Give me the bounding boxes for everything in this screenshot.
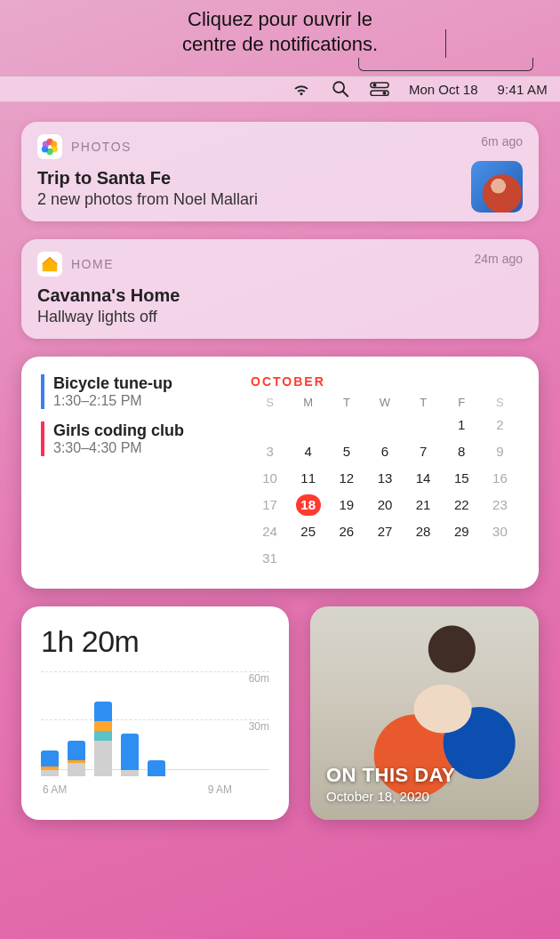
annotation-line-2: centre de notifications. [0, 32, 560, 57]
event-title: Girls coding club [53, 421, 245, 440]
calendar-widget[interactable]: Bicycle tune-up 1:30–2:15 PM Girls codin… [21, 357, 539, 589]
event-time: 3:30–4:30 PM [53, 440, 245, 456]
svg-point-5 [382, 92, 386, 95]
calendar-day[interactable]: 15 [449, 468, 474, 489]
svg-point-11 [43, 141, 49, 148]
menubar-clock[interactable]: 9:41 AM [498, 82, 548, 97]
svg-line-1 [343, 92, 348, 97]
calendar-day[interactable]: 24 [258, 521, 283, 542]
calendar-day[interactable]: 25 [296, 521, 321, 542]
spotlight-search-icon[interactable] [331, 81, 350, 97]
calendar-day[interactable]: 1 [449, 414, 474, 436]
chart-segment-blue [41, 750, 59, 766]
calendar-day[interactable]: 28 [411, 521, 436, 542]
notification-photos[interactable]: PHOTOS 6m ago Trip to Santa Fe 2 new pho… [21, 122, 539, 221]
calendar-day[interactable]: 9 [487, 441, 512, 462]
wifi-icon[interactable] [292, 81, 311, 97]
calendar-day[interactable]: 10 [258, 468, 283, 489]
calendar-day[interactable]: 26 [334, 521, 359, 542]
event-title: Bicycle tune-up [53, 374, 245, 393]
notification-app-name: HOME [71, 257, 114, 271]
calendar-day[interactable]: 8 [449, 441, 474, 462]
calendar-day[interactable]: 13 [372, 468, 397, 489]
calendar-month: OCTOBER SMTWTFS1234567891011121314151617… [251, 374, 519, 569]
memory-title: ON THIS DAY [326, 764, 455, 787]
chart-segment-gray [68, 763, 85, 776]
calendar-event[interactable]: Bicycle tune-up 1:30–2:15 PM [41, 374, 245, 409]
menubar-date[interactable]: Mon Oct 18 [409, 82, 478, 97]
notification-app-name: PHOTOS [71, 140, 132, 154]
chart-segment-blue [68, 741, 85, 760]
control-center-icon[interactable] [370, 81, 389, 97]
calendar-day[interactable]: 5 [334, 441, 359, 462]
calendar-events: Bicycle tune-up 1:30–2:15 PM Girls codin… [41, 374, 245, 569]
notification-body: Hallway lights off [37, 308, 523, 326]
notification-time: 24m ago [475, 252, 523, 266]
menu-bar: Mon Oct 18 9:41 AM [0, 76, 560, 102]
calendar-day[interactable]: 4 [296, 441, 321, 462]
svg-point-3 [372, 83, 376, 86]
notification-body: 2 new photos from Noel Mallari [37, 190, 523, 209]
chart-bar [148, 760, 165, 776]
calendar-day[interactable]: 14 [411, 468, 436, 489]
calendar-blank [327, 414, 365, 436]
notification-home[interactable]: HOME 24m ago Cavanna's Home Hallway ligh… [21, 239, 539, 339]
notification-thumbnail [471, 161, 523, 213]
event-time: 1:30–2:15 PM [53, 393, 245, 409]
calendar-dow: M [289, 396, 327, 409]
calendar-day[interactable]: 20 [372, 494, 397, 516]
calendar-day[interactable]: 17 [258, 494, 283, 516]
calendar-day[interactable]: 3 [258, 441, 283, 462]
notification-title: Trip to Santa Fe [37, 168, 523, 189]
calendar-day[interactable]: 11 [296, 468, 321, 489]
calendar-day[interactable]: 27 [372, 521, 397, 542]
chart-segment-blue [148, 760, 165, 776]
calendar-day[interactable]: 22 [449, 494, 474, 516]
calendar-blank [289, 414, 327, 436]
annotation-callout: Cliquez pour ouvrir le centre de notific… [0, 0, 560, 76]
calendar-day[interactable]: 29 [449, 521, 474, 542]
chart-segment-blue [94, 702, 112, 721]
chart-bar [121, 734, 139, 776]
annotation-line-1: Cliquez pour ouvrir le [0, 7, 560, 32]
chart-bar [68, 741, 85, 776]
chart-segment-orange [94, 721, 112, 731]
calendar-day[interactable]: 19 [334, 494, 359, 516]
chart-segment-blue [121, 734, 139, 769]
chart-bar [94, 702, 112, 776]
photos-app-icon [37, 134, 62, 159]
notification-time: 6m ago [481, 134, 523, 148]
chart-segment-teal [94, 731, 112, 741]
calendar-day[interactable]: 12 [334, 468, 359, 489]
notification-title: Cavanna's Home [37, 285, 523, 306]
calendar-blank [251, 414, 289, 436]
calendar-day[interactable]: 7 [411, 441, 436, 462]
photos-memory-widget[interactable]: ON THIS DAY October 18, 2020 [310, 606, 539, 820]
chart-segment-gray [41, 770, 59, 776]
calendar-dow: W [365, 396, 404, 409]
screen-time-chart: 60m 30m 6 AM 9 AM [41, 664, 269, 798]
calendar-day[interactable]: 2 [487, 414, 512, 436]
screen-time-total: 1h 20m [41, 624, 269, 659]
calendar-blank [365, 414, 404, 436]
calendar-dow: S [481, 396, 519, 409]
calendar-dow: F [443, 396, 481, 409]
calendar-day[interactable]: 31 [258, 548, 283, 569]
calendar-blank [404, 414, 443, 436]
chart-segment-gray [121, 770, 139, 776]
calendar-month-label: OCTOBER [251, 374, 519, 389]
screen-time-widget[interactable]: 1h 20m 60m 30m 6 AM 9 AM [21, 606, 289, 820]
annotation-bracket [0, 58, 560, 76]
calendar-dow: S [251, 396, 289, 409]
calendar-day[interactable]: 21 [411, 494, 436, 516]
chart-xlabel: 9 AM [208, 783, 232, 796]
calendar-day[interactable]: 16 [487, 468, 512, 489]
calendar-day[interactable]: 6 [372, 441, 397, 462]
chart-xlabel: 6 AM [43, 783, 67, 796]
calendar-event[interactable]: Girls coding club 3:30–4:30 PM [41, 421, 245, 456]
calendar-dow: T [404, 396, 443, 409]
calendar-day[interactable]: 30 [487, 521, 512, 542]
calendar-day[interactable]: 18 [296, 494, 321, 516]
calendar-day[interactable]: 23 [487, 494, 512, 516]
memory-date: October 18, 2020 [326, 789, 455, 804]
